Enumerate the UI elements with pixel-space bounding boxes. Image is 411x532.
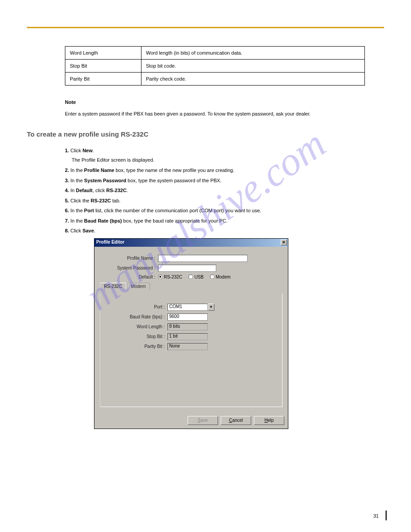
dialog-title: Profile Editor <box>96 240 124 245</box>
table-row: Word Length Word length (in bits) of com… <box>65 47 365 60</box>
system-password-label: System Password : <box>100 266 158 270</box>
close-icon[interactable]: ✕ <box>281 240 287 245</box>
step-6: 6. In the Port list, click the number of… <box>65 207 365 215</box>
radio-rs232c[interactable]: RS-232C <box>158 275 182 279</box>
step-7: 7. In the Baud Rate (bps) box, type the … <box>65 217 365 225</box>
step-8: 8. Click Save. <box>65 227 365 235</box>
note-text: Enter a system password if the PBX has b… <box>65 111 365 118</box>
help-button[interactable]: Help <box>254 416 284 425</box>
stopbit-label: Stop Bit : <box>105 334 167 339</box>
wordlength-label: Word Length : <box>105 324 167 329</box>
page-number-bar <box>385 511 387 520</box>
step-4: 4. In Default, click RS-232C. <box>65 187 365 194</box>
step-3: 3. In the System Password box, type the … <box>65 177 365 184</box>
parameter-table: Word Length Word length (in bits) of com… <box>65 46 365 86</box>
param-desc: Stop bit code. <box>141 60 365 73</box>
radio-usb[interactable]: USB <box>188 275 204 279</box>
stopbit-value: 1 bit <box>167 333 208 340</box>
header-divider <box>27 27 384 28</box>
step-2: 2. In the Profile Name box, type the nam… <box>65 167 365 174</box>
table-row: Stop Bit Stop bit code. <box>65 60 365 73</box>
default-label: Default : <box>100 275 158 279</box>
param-label: Stop Bit <box>65 60 141 73</box>
profile-editor-dialog: Profile Editor ✕ Profile Name : System P… <box>94 238 288 429</box>
tab-modem[interactable]: Modem <box>127 283 150 290</box>
profile-name-input[interactable] <box>158 255 248 262</box>
tab-panel: Port : COM1 ▼ Baud Rate (bps) : 9600 Wor… <box>100 294 283 407</box>
baud-input[interactable]: 9600 <box>167 313 208 321</box>
chevron-down-icon[interactable]: ▼ <box>208 304 214 311</box>
port-label: Port : <box>105 305 167 309</box>
profile-name-label: Profile Name : <box>100 256 158 261</box>
step-1: 1. Click New. <box>65 147 365 154</box>
baud-label: Baud Rate (bps) : <box>105 314 167 319</box>
cancel-button[interactable]: Cancel <box>221 416 251 425</box>
system-password-input[interactable] <box>158 265 216 272</box>
radio-modem[interactable]: Modem <box>210 275 231 279</box>
dialog-titlebar: Profile Editor ✕ <box>94 239 288 247</box>
tab-rs232c[interactable]: RS-232C <box>100 283 126 290</box>
step-1-result: The Profile Editor screen is displayed. <box>72 157 365 164</box>
table-row: Parity Bit Parity check code. <box>65 73 365 86</box>
wordlength-value: 8 bits <box>167 323 208 330</box>
page-number: 31 <box>373 513 379 519</box>
parity-value: None <box>167 343 208 350</box>
save-button[interactable]: Save <box>188 416 218 425</box>
param-label: Word Length <box>65 47 141 60</box>
step-5: 5. Click the RS-232C tab. <box>65 197 365 205</box>
parity-label: Parity Bit : <box>105 344 167 349</box>
port-select[interactable]: COM1 <box>167 304 208 311</box>
param-desc: Word length (in bits) of communication d… <box>141 47 365 60</box>
param-label: Parity Bit <box>65 73 141 86</box>
section-heading: To create a new profile using RS-232C <box>27 130 384 138</box>
param-desc: Parity check code. <box>141 73 365 86</box>
